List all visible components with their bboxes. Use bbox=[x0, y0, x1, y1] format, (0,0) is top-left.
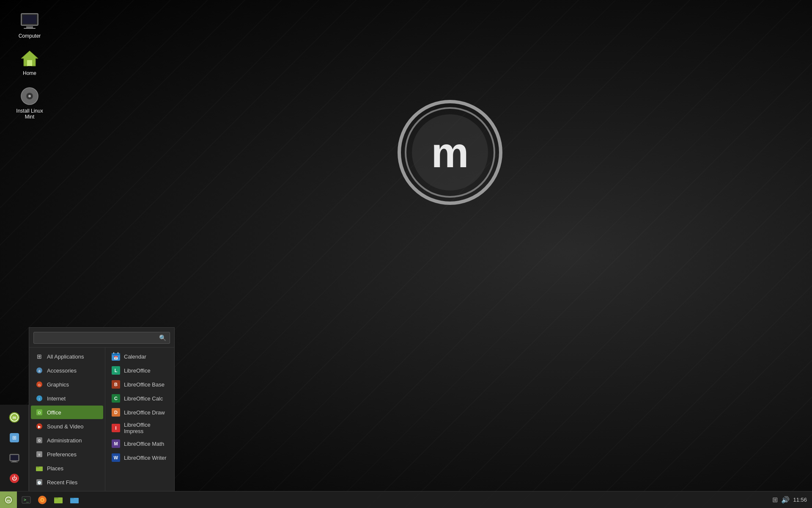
menu-search-bar: 🔍 bbox=[29, 328, 174, 348]
svg-text:D: D bbox=[114, 410, 118, 415]
desktop-icon-install[interactable]: Install Linux Mint bbox=[13, 83, 47, 123]
menu-panel: m ⊞ ⏻ bbox=[0, 405, 29, 491]
svg-text:M: M bbox=[114, 441, 118, 446]
app-libreoffice-math-icon: M bbox=[111, 439, 121, 448]
svg-rect-72 bbox=[54, 497, 58, 499]
install-icon bbox=[19, 86, 40, 106]
taskbar-apps: >_ bbox=[17, 492, 767, 508]
svg-text:🕐: 🕐 bbox=[37, 480, 41, 485]
app-libreoffice-draw[interactable]: D LibreOffice Draw bbox=[107, 406, 173, 419]
svg-text:O: O bbox=[38, 411, 41, 415]
svg-point-13 bbox=[28, 95, 31, 97]
app-libreoffice-base-label: LibreOffice Base bbox=[124, 381, 165, 388]
svg-rect-6 bbox=[26, 26, 33, 28]
category-places[interactable]: Places bbox=[31, 461, 103, 475]
volume-icon[interactable]: 🔊 bbox=[781, 496, 790, 504]
app-libreoffice-calc-icon: C bbox=[111, 394, 121, 403]
category-internet[interactable]: i Internet bbox=[31, 392, 103, 405]
side-icon-greybird[interactable]: ⏻ bbox=[5, 469, 24, 488]
side-icon-sysinfo[interactable] bbox=[5, 449, 24, 467]
app-libreoffice-writer-icon: W bbox=[111, 453, 121, 462]
taskbar-clock: 11:56 bbox=[793, 497, 807, 503]
svg-rect-58 bbox=[11, 455, 18, 460]
side-icon-mintmenu[interactable]: m bbox=[5, 408, 24, 427]
graphics-icon: G bbox=[35, 380, 44, 389]
app-libreoffice-writer[interactable]: W LibreOffice Writer bbox=[107, 451, 173, 464]
start-button[interactable]: m bbox=[0, 491, 17, 508]
search-button[interactable]: 🔍 bbox=[158, 334, 167, 342]
computer-icon bbox=[19, 11, 40, 31]
menu-categories: ⊞ All Applications a Accessories G Graph… bbox=[29, 348, 105, 491]
svg-text:W: W bbox=[114, 455, 118, 460]
side-icon-software[interactable]: ⊞ bbox=[5, 428, 24, 447]
category-all-label: All Applications bbox=[47, 353, 84, 360]
svg-text:I: I bbox=[115, 425, 116, 431]
category-office-label: Office bbox=[47, 409, 61, 416]
app-libreoffice-math[interactable]: M LibreOffice Math bbox=[107, 437, 173, 450]
taskbar-app-folder[interactable] bbox=[67, 492, 82, 508]
category-internet-label: Internet bbox=[47, 395, 66, 402]
taskbar-app-firefox[interactable] bbox=[35, 492, 50, 508]
category-preferences[interactable]: ≡ Preferences bbox=[31, 447, 103, 461]
network-icon[interactable]: ⊞ bbox=[772, 496, 778, 504]
svg-rect-7 bbox=[24, 28, 36, 29]
category-accessories[interactable]: a Accessories bbox=[31, 364, 103, 377]
desktop: m Computer bbox=[0, 0, 812, 508]
svg-text:📅: 📅 bbox=[114, 356, 118, 360]
svg-text:m: m bbox=[431, 129, 469, 176]
menu-apps-list: 📅 Calendar L LibreOffice B LibreOffice B… bbox=[105, 348, 174, 491]
category-graphics[interactable]: G Graphics bbox=[31, 378, 103, 391]
home-icon bbox=[19, 48, 40, 69]
app-libreoffice-base[interactable]: B LibreOffice Base bbox=[107, 378, 173, 391]
svg-text:≡: ≡ bbox=[38, 453, 40, 457]
svg-rect-59 bbox=[12, 461, 16, 462]
svg-text:L: L bbox=[115, 368, 118, 373]
category-administration[interactable]: ⚙ Administration bbox=[31, 433, 103, 447]
taskbar-app-files[interactable] bbox=[51, 492, 66, 508]
category-administration-label: Administration bbox=[47, 437, 82, 444]
desktop-icon-home[interactable]: Home bbox=[13, 46, 47, 79]
places-icon bbox=[35, 464, 44, 472]
app-libreoffice[interactable]: L LibreOffice bbox=[107, 364, 173, 377]
install-icon-label: Install Linux Mint bbox=[15, 108, 44, 120]
svg-text:m: m bbox=[12, 415, 16, 420]
app-libreoffice-icon: L bbox=[111, 366, 121, 375]
svg-rect-34 bbox=[112, 353, 120, 355]
app-libreoffice-draw-label: LibreOffice Draw bbox=[124, 409, 165, 416]
svg-text:i: i bbox=[39, 397, 40, 401]
taskbar-tray: ⊞ 🔊 11:56 bbox=[767, 496, 812, 504]
taskbar-app-terminal[interactable]: >_ bbox=[19, 492, 34, 508]
category-sound-video[interactable]: ▶ Sound & Video bbox=[31, 420, 103, 433]
preferences-icon: ≡ bbox=[35, 450, 44, 458]
office-icon: O bbox=[35, 408, 44, 417]
app-calendar-label: Calendar bbox=[124, 353, 146, 360]
app-calendar-icon: 📅 bbox=[111, 352, 121, 361]
svg-text:⊞: ⊞ bbox=[12, 435, 16, 441]
recent-files-icon: 🕐 bbox=[35, 478, 44, 486]
svg-text:G: G bbox=[38, 383, 41, 387]
app-calendar[interactable]: 📅 Calendar bbox=[107, 350, 173, 363]
category-recent-files[interactable]: 🕐 Recent Files bbox=[31, 475, 103, 489]
app-libreoffice-impress[interactable]: I LibreOffice Impress bbox=[107, 420, 173, 436]
svg-text:⚙: ⚙ bbox=[38, 439, 41, 443]
category-office[interactable]: O Office bbox=[31, 406, 103, 419]
app-libreoffice-calc-label: LibreOffice Calc bbox=[124, 395, 163, 402]
category-preferences-label: Preferences bbox=[47, 451, 77, 458]
app-libreoffice-math-label: LibreOffice Math bbox=[124, 441, 164, 447]
all-applications-icon: ⊞ bbox=[35, 352, 44, 361]
svg-rect-36 bbox=[118, 352, 118, 354]
svg-point-70 bbox=[41, 499, 43, 501]
home-icon-label: Home bbox=[23, 70, 36, 76]
menu-content: ⊞ All Applications a Accessories G Graph… bbox=[29, 348, 174, 491]
app-libreoffice-calc[interactable]: C LibreOffice Calc bbox=[107, 392, 173, 405]
svg-rect-8 bbox=[23, 15, 36, 24]
search-input[interactable] bbox=[36, 334, 158, 342]
sound-video-icon: ▶ bbox=[35, 422, 44, 431]
desktop-icons: Computer Home Install Linu bbox=[13, 8, 47, 123]
category-all-applications[interactable]: ⊞ All Applications bbox=[31, 350, 103, 363]
svg-text:m: m bbox=[7, 499, 10, 502]
category-accessories-label: Accessories bbox=[47, 367, 77, 374]
app-libreoffice-impress-icon: I bbox=[111, 423, 121, 433]
desktop-icon-computer[interactable]: Computer bbox=[13, 8, 47, 41]
svg-rect-30 bbox=[36, 467, 39, 468]
